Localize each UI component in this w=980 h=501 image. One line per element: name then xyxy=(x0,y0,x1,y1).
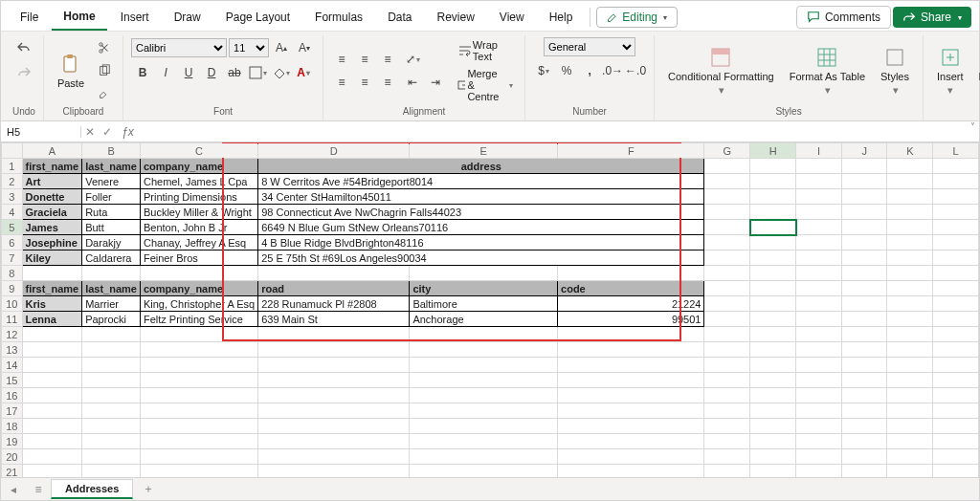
tab-insert[interactable]: Insert xyxy=(109,5,161,30)
cell-J2[interactable] xyxy=(841,174,887,189)
paste-button[interactable]: Paste xyxy=(52,42,90,99)
row-header-16[interactable]: 16 xyxy=(2,388,23,403)
cell-F13[interactable] xyxy=(558,342,704,358)
row-header-1[interactable]: 1 xyxy=(2,159,23,174)
cell-B8[interactable] xyxy=(82,266,141,281)
cell-E12[interactable] xyxy=(410,327,558,342)
cell-B11[interactable]: Paprocki xyxy=(82,312,141,327)
tab-draw[interactable]: Draw xyxy=(163,5,212,30)
cell-C12[interactable] xyxy=(140,327,257,342)
cell-I8[interactable] xyxy=(796,266,842,281)
strike-button[interactable]: ab xyxy=(224,62,245,83)
cell-C21[interactable] xyxy=(140,465,257,478)
cell-H3[interactable] xyxy=(750,189,796,205)
col-header-K[interactable]: K xyxy=(887,143,933,159)
row-header-21[interactable]: 21 xyxy=(2,465,23,478)
cell-F19[interactable] xyxy=(558,434,704,449)
cell-H1[interactable] xyxy=(750,159,796,174)
cell-K5[interactable] xyxy=(887,220,933,235)
cell-B21[interactable] xyxy=(82,465,141,478)
name-box[interactable]: H5 xyxy=(1,126,81,138)
tab-review[interactable]: Review xyxy=(425,5,485,30)
align-right-button[interactable]: ≡ xyxy=(377,72,398,93)
cell-K17[interactable] xyxy=(887,403,933,419)
cell-H7[interactable] xyxy=(750,250,796,266)
cell-E19[interactable] xyxy=(410,434,558,449)
cell-A11[interactable]: Lenna xyxy=(22,312,82,327)
align-bottom-button[interactable]: ≡ xyxy=(377,49,398,70)
tab-help[interactable]: Help xyxy=(538,5,585,30)
row-header-18[interactable]: 18 xyxy=(2,419,23,434)
cell-D3[interactable]: 34 Center StHamilton45011 xyxy=(258,189,704,205)
row-header-19[interactable]: 19 xyxy=(2,434,23,449)
row-header-8[interactable]: 8 xyxy=(2,266,23,281)
number-format-select[interactable]: General xyxy=(544,37,635,56)
cell-A4[interactable]: Graciela xyxy=(22,205,82,220)
formula-input[interactable] xyxy=(140,126,979,138)
cell-A19[interactable] xyxy=(22,434,82,449)
cell-H17[interactable] xyxy=(750,403,796,419)
cell-H8[interactable] xyxy=(750,266,796,281)
row-header-12[interactable]: 12 xyxy=(2,327,23,342)
cell-J17[interactable] xyxy=(841,403,887,419)
comma-button[interactable]: , xyxy=(579,60,600,81)
cell-K9[interactable] xyxy=(887,281,933,296)
cell-C15[interactable] xyxy=(140,373,257,388)
cell-L16[interactable] xyxy=(933,388,979,403)
cell-J12[interactable] xyxy=(841,327,887,342)
cell-A6[interactable]: Josephine xyxy=(22,235,82,250)
cell-L13[interactable] xyxy=(933,342,979,358)
cell-D14[interactable] xyxy=(258,358,410,373)
cell-I2[interactable] xyxy=(796,174,842,189)
cell-G18[interactable] xyxy=(704,419,750,434)
cell-B12[interactable] xyxy=(82,327,141,342)
cell-I6[interactable] xyxy=(796,235,842,250)
cell-H6[interactable] xyxy=(750,235,796,250)
tab-data[interactable]: Data xyxy=(376,5,423,30)
cell-F18[interactable] xyxy=(558,419,704,434)
cell-F11[interactable]: 99501 xyxy=(558,312,704,327)
cell-A8[interactable] xyxy=(22,266,82,281)
cell-C3[interactable]: Printing Dimensions xyxy=(140,189,257,205)
conditional-formatting-button[interactable]: Conditional Formatting▾ xyxy=(662,42,780,99)
cell-F9[interactable]: code xyxy=(558,281,704,296)
currency-button[interactable]: $▾ xyxy=(533,60,554,81)
cell-G15[interactable] xyxy=(704,373,750,388)
cell-K7[interactable] xyxy=(887,250,933,266)
cell-I18[interactable] xyxy=(796,419,842,434)
cell-B7[interactable]: Caldarera xyxy=(82,250,141,266)
cell-L1[interactable] xyxy=(933,159,979,174)
cell-I16[interactable] xyxy=(796,388,842,403)
cell-G6[interactable] xyxy=(704,235,750,250)
cell-D9[interactable]: road xyxy=(258,281,410,296)
cell-I19[interactable] xyxy=(796,434,842,449)
cell-E21[interactable] xyxy=(410,465,558,478)
cell-B10[interactable]: Marrier xyxy=(82,296,141,312)
cell-I9[interactable] xyxy=(796,281,842,296)
cell-J5[interactable] xyxy=(841,220,887,235)
cell-I17[interactable] xyxy=(796,403,842,419)
cell-A15[interactable] xyxy=(22,373,82,388)
cell-F15[interactable] xyxy=(558,373,704,388)
cell-H2[interactable] xyxy=(750,174,796,189)
cell-D5[interactable]: 6649 N Blue Gum StNew Orleans70116 xyxy=(258,220,704,235)
cell-A12[interactable] xyxy=(22,327,82,342)
cell-B18[interactable] xyxy=(82,419,141,434)
cell-A17[interactable] xyxy=(22,403,82,419)
tab-formulas[interactable]: Formulas xyxy=(303,5,374,30)
cell-D15[interactable] xyxy=(258,373,410,388)
row-header-6[interactable]: 6 xyxy=(2,235,23,250)
cell-A7[interactable]: Kiley xyxy=(22,250,82,266)
cell-I4[interactable] xyxy=(796,205,842,220)
row-header-15[interactable]: 15 xyxy=(2,373,23,388)
cell-J16[interactable] xyxy=(841,388,887,403)
cell-D13[interactable] xyxy=(258,342,410,358)
row-header-3[interactable]: 3 xyxy=(2,189,23,205)
cell-H14[interactable] xyxy=(750,358,796,373)
copy-button[interactable] xyxy=(94,60,115,81)
cell-F16[interactable] xyxy=(558,388,704,403)
dec-decimals-button[interactable]: ←.0 xyxy=(625,60,646,81)
cell-H20[interactable] xyxy=(750,449,796,465)
cell-K13[interactable] xyxy=(887,342,933,358)
cell-I7[interactable] xyxy=(796,250,842,266)
